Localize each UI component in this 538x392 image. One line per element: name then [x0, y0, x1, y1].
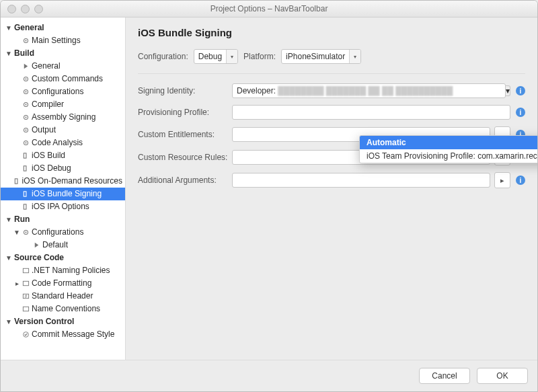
sidebar-item-label: Code Analysis [30, 136, 83, 149]
sidebar-item[interactable]: ▼Configurations [1, 226, 125, 239]
signing-identity-label: Signing Identity: [138, 86, 232, 95]
sidebar-item[interactable]: Compiler [1, 98, 125, 111]
svg-rect-16 [15, 179, 17, 184]
sidebar-item-label: Output [30, 124, 56, 136]
sidebar-group[interactable]: ▼Build [1, 47, 125, 60]
cancel-button[interactable]: Cancel [419, 368, 470, 384]
chevron-down-icon: ▾ [226, 50, 237, 63]
dialog-footer: Cancel OK [1, 360, 537, 391]
provisioning-profile-label: Provisioning Profile: [138, 108, 232, 117]
main-panel: iOS Bundle Signing Configuration: Debug … [126, 17, 537, 360]
gear-icon [21, 101, 30, 108]
sidebar-item-label: iOS IPA Options [30, 200, 89, 213]
sidebar-item[interactable]: .NET Naming Policies [1, 264, 125, 277]
disclosure-triangle-icon: ▼ [13, 226, 21, 239]
svg-rect-17 [24, 192, 26, 196]
sidebar-item-label: Name Conventions [30, 303, 100, 315]
disclosure-triangle-icon: ▸ [13, 277, 21, 290]
dropdown-item-team-profile[interactable]: iOS Team Provisioning Profile: com.xamar… [360, 149, 538, 163]
rect-icon [21, 165, 30, 172]
custom-entitlements-label: Custom Entitlements: [138, 130, 232, 139]
disclosure-triangle-icon: ▼ [5, 22, 13, 34]
ok-button[interactable]: OK [477, 368, 528, 384]
sidebar-item[interactable]: iOS Build [1, 149, 125, 162]
box-icon [21, 280, 30, 287]
rect-icon [13, 178, 21, 185]
svg-point-11 [25, 129, 26, 130]
configuration-select[interactable]: Debug ▾ [194, 49, 238, 64]
sidebar-item[interactable]: iOS IPA Options [1, 200, 125, 213]
sidebar-group[interactable]: ▼Run [1, 213, 125, 226]
sidebar-item[interactable]: Custom Commands [1, 73, 125, 85]
run-button[interactable]: ▸ [494, 172, 510, 188]
platform-select[interactable]: iPhoneSimulator ▾ [281, 49, 361, 64]
play-icon [32, 241, 41, 249]
rect-icon [21, 203, 30, 210]
sidebar-item[interactable]: iOS On-Demand Resources [1, 175, 125, 188]
provisioning-profile-select[interactable] [232, 105, 510, 120]
configuration-value: Debug [194, 52, 226, 61]
disclosure-triangle-icon: ▼ [5, 315, 13, 328]
provisioning-profile-dropdown[interactable]: Automatic iOS Team Provisioning Profile:… [359, 135, 538, 163]
svg-point-7 [25, 104, 26, 105]
sidebar-item[interactable]: Configurations [1, 85, 125, 98]
page-title: iOS Bundle Signing [138, 27, 525, 38]
sidebar-item[interactable]: Name Conventions [1, 303, 125, 315]
sidebar-item[interactable]: Commit Message Style [1, 328, 125, 341]
disclosure-triangle-icon: ▼ [5, 213, 13, 226]
sidebar-item-label: Code Formatting [30, 277, 91, 290]
redacted-text: ████████ ███████ ██ ██ ██████████ [276, 86, 453, 95]
sidebar-item[interactable]: iOS Bundle Signing [1, 188, 125, 200]
sidebar-item-label: Assembly Signing [30, 111, 95, 124]
gear-icon [21, 139, 30, 147]
gear-icon [21, 114, 30, 121]
svg-point-20 [25, 231, 26, 233]
sidebar-item-label: Custom Commands [30, 73, 103, 85]
additional-arguments-row: Additional Arguments: ▸ i [138, 172, 525, 188]
sidebar-item[interactable]: #Standard Header [1, 290, 125, 303]
sidebar-item-label: Commit Message Style [30, 328, 114, 341]
sidebar-item[interactable]: iOS Debug [1, 162, 125, 175]
hash-icon: # [21, 292, 30, 300]
custom-resource-rules-label: Custom Resource Rules: [138, 153, 232, 162]
svg-rect-22 [23, 281, 28, 285]
sidebar-item[interactable]: General [1, 60, 125, 73]
svg-rect-21 [23, 268, 28, 272]
info-icon[interactable]: i [516, 86, 525, 95]
sidebar-item[interactable]: Assembly Signing [1, 111, 125, 124]
sidebar[interactable]: ▼GeneralMain Settings▼BuildGeneralCustom… [1, 17, 126, 360]
sidebar-item[interactable]: Code Analysis [1, 136, 125, 149]
additional-arguments-input[interactable] [232, 173, 490, 188]
window-title: Project Options – NavBarToolbar [1, 4, 537, 13]
sidebar-item[interactable]: ▸Code Formatting [1, 277, 125, 290]
sidebar-item[interactable]: Output [1, 124, 125, 136]
svg-rect-14 [24, 153, 26, 158]
chevron-down-icon[interactable]: ▾ [506, 85, 510, 96]
info-icon[interactable]: i [516, 108, 525, 117]
svg-rect-25 [23, 307, 28, 311]
svg-point-1 [25, 40, 26, 41]
sidebar-group-label: Version Control [13, 315, 74, 328]
sidebar-group[interactable]: ▼Version Control [1, 315, 125, 328]
dropdown-item-automatic[interactable]: Automatic [360, 136, 538, 149]
svg-rect-18 [24, 204, 26, 209]
svg-point-13 [25, 142, 26, 143]
sidebar-item-label: .NET Naming Policies [30, 264, 110, 277]
sidebar-item[interactable]: Default [1, 239, 125, 251]
disclosure-triangle-icon: ▼ [5, 251, 13, 264]
sidebar-item[interactable]: Main Settings [1, 34, 125, 47]
configuration-label: Configuration: [138, 52, 188, 61]
sidebar-group[interactable]: ▼General [1, 22, 125, 34]
svg-text:#: # [24, 294, 27, 299]
sidebar-group-label: Build [13, 47, 34, 60]
sidebar-item-label: Standard Header [30, 290, 93, 303]
rect-icon [21, 152, 30, 159]
sidebar-group[interactable]: ▼Source Code [1, 251, 125, 264]
rect-icon [21, 190, 30, 198]
svg-rect-15 [24, 166, 26, 171]
divider [138, 73, 525, 74]
play-icon [21, 63, 30, 70]
info-icon[interactable]: i [516, 175, 525, 185]
signing-identity-select[interactable]: Developer: ████████ ███████ ██ ██ ██████… [232, 83, 506, 98]
config-toolbar: Configuration: Debug ▾ Platform: iPhoneS… [138, 49, 525, 64]
